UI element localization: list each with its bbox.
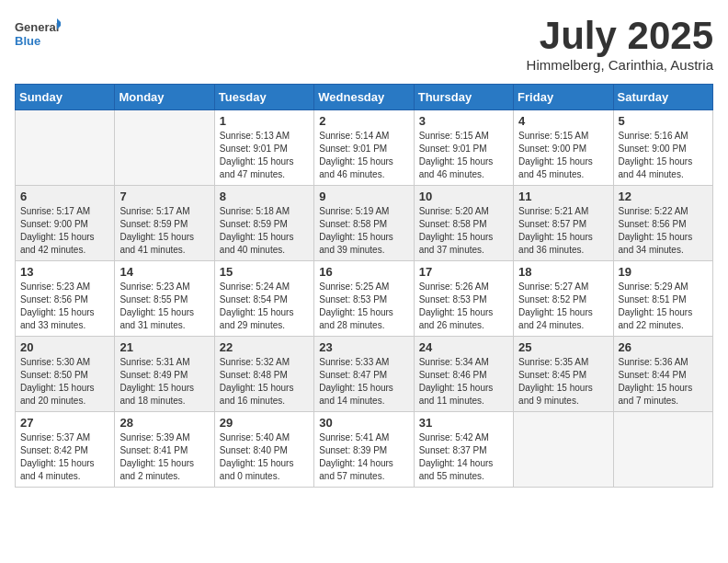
day-header-friday: Friday <box>514 85 613 110</box>
day-number: 3 <box>419 114 508 128</box>
calendar-cell: 25Sunrise: 5:35 AM Sunset: 8:45 PM Dayli… <box>514 337 613 412</box>
calendar-header-row: SundayMondayTuesdayWednesdayThursdayFrid… <box>16 85 713 110</box>
calendar-cell <box>514 412 613 488</box>
day-info: Sunrise: 5:33 AM Sunset: 8:47 PM Dayligh… <box>319 356 408 408</box>
day-number: 31 <box>419 416 508 430</box>
day-info: Sunrise: 5:39 AM Sunset: 8:41 PM Dayligh… <box>119 431 209 483</box>
day-info: Sunrise: 5:25 AM Sunset: 8:53 PM Dayligh… <box>319 281 408 332</box>
calendar-week-3: 13Sunrise: 5:23 AM Sunset: 8:56 PM Dayli… <box>16 261 713 337</box>
calendar-week-1: 1Sunrise: 5:13 AM Sunset: 9:01 PM Daylig… <box>16 110 713 186</box>
day-info: Sunrise: 5:41 AM Sunset: 8:39 PM Dayligh… <box>319 431 408 483</box>
day-number: 29 <box>220 416 309 430</box>
calendar-cell <box>613 412 712 488</box>
day-info: Sunrise: 5:42 AM Sunset: 8:37 PM Dayligh… <box>419 431 508 483</box>
day-header-monday: Monday <box>115 85 214 110</box>
day-info: Sunrise: 5:20 AM Sunset: 8:58 PM Dayligh… <box>419 205 508 257</box>
day-number: 12 <box>619 190 708 203</box>
day-number: 1 <box>220 114 309 128</box>
day-info: Sunrise: 5:14 AM Sunset: 9:01 PM Dayligh… <box>319 130 408 181</box>
day-info: Sunrise: 5:31 AM Sunset: 8:49 PM Dayligh… <box>119 356 209 408</box>
day-info: Sunrise: 5:21 AM Sunset: 8:57 PM Dayligh… <box>518 205 608 257</box>
calendar-cell: 30Sunrise: 5:41 AM Sunset: 8:39 PM Dayli… <box>314 412 414 488</box>
day-number: 19 <box>619 265 708 279</box>
day-info: Sunrise: 5:23 AM Sunset: 8:55 PM Dayligh… <box>119 281 209 332</box>
day-info: Sunrise: 5:32 AM Sunset: 8:48 PM Dayligh… <box>220 356 309 408</box>
calendar-cell: 12Sunrise: 5:22 AM Sunset: 8:56 PM Dayli… <box>613 186 712 261</box>
calendar-cell: 8Sunrise: 5:18 AM Sunset: 8:59 PM Daylig… <box>214 186 313 261</box>
calendar-cell: 18Sunrise: 5:27 AM Sunset: 8:52 PM Dayli… <box>514 261 613 337</box>
day-number: 8 <box>220 190 309 203</box>
day-number: 25 <box>518 340 608 354</box>
calendar-cell: 29Sunrise: 5:40 AM Sunset: 8:40 PM Dayli… <box>214 412 313 488</box>
day-info: Sunrise: 5:40 AM Sunset: 8:40 PM Dayligh… <box>220 431 309 483</box>
day-number: 30 <box>319 416 408 430</box>
calendar-cell: 6Sunrise: 5:17 AM Sunset: 9:00 PM Daylig… <box>16 186 115 261</box>
calendar: SundayMondayTuesdayWednesdayThursdayFrid… <box>15 84 713 488</box>
day-info: Sunrise: 5:18 AM Sunset: 8:59 PM Dayligh… <box>220 205 309 257</box>
calendar-cell: 31Sunrise: 5:42 AM Sunset: 8:37 PM Dayli… <box>414 412 513 488</box>
day-number: 10 <box>419 190 508 203</box>
calendar-cell: 16Sunrise: 5:25 AM Sunset: 8:53 PM Dayli… <box>314 261 414 337</box>
calendar-cell <box>115 110 214 186</box>
day-number: 20 <box>20 340 109 354</box>
day-info: Sunrise: 5:19 AM Sunset: 8:58 PM Dayligh… <box>319 205 408 257</box>
calendar-week-2: 6Sunrise: 5:17 AM Sunset: 9:00 PM Daylig… <box>16 186 713 261</box>
calendar-cell: 5Sunrise: 5:16 AM Sunset: 9:00 PM Daylig… <box>613 110 712 186</box>
day-info: Sunrise: 5:37 AM Sunset: 8:42 PM Dayligh… <box>20 431 109 483</box>
day-info: Sunrise: 5:17 AM Sunset: 9:00 PM Dayligh… <box>20 205 109 257</box>
day-info: Sunrise: 5:15 AM Sunset: 9:01 PM Dayligh… <box>419 130 508 181</box>
calendar-cell: 7Sunrise: 5:17 AM Sunset: 8:59 PM Daylig… <box>115 186 214 261</box>
day-number: 2 <box>319 114 408 128</box>
day-info: Sunrise: 5:35 AM Sunset: 8:45 PM Dayligh… <box>518 356 608 408</box>
day-info: Sunrise: 5:17 AM Sunset: 8:59 PM Dayligh… <box>119 205 209 257</box>
day-number: 22 <box>220 340 309 354</box>
calendar-cell: 22Sunrise: 5:32 AM Sunset: 8:48 PM Dayli… <box>214 337 313 412</box>
day-number: 4 <box>518 114 608 128</box>
calendar-week-4: 20Sunrise: 5:30 AM Sunset: 8:50 PM Dayli… <box>16 337 713 412</box>
day-number: 6 <box>20 190 109 203</box>
day-number: 9 <box>319 190 408 203</box>
calendar-cell: 27Sunrise: 5:37 AM Sunset: 8:42 PM Dayli… <box>16 412 115 488</box>
day-number: 27 <box>20 416 109 430</box>
day-info: Sunrise: 5:23 AM Sunset: 8:56 PM Dayligh… <box>20 281 109 332</box>
day-number: 23 <box>319 340 408 354</box>
calendar-cell: 17Sunrise: 5:26 AM Sunset: 8:53 PM Dayli… <box>414 261 513 337</box>
day-number: 11 <box>518 190 608 203</box>
day-number: 13 <box>20 265 109 279</box>
calendar-cell: 14Sunrise: 5:23 AM Sunset: 8:55 PM Dayli… <box>115 261 214 337</box>
calendar-cell: 3Sunrise: 5:15 AM Sunset: 9:01 PM Daylig… <box>414 110 513 186</box>
day-number: 16 <box>319 265 408 279</box>
day-info: Sunrise: 5:34 AM Sunset: 8:46 PM Dayligh… <box>419 356 508 408</box>
calendar-cell: 19Sunrise: 5:29 AM Sunset: 8:51 PM Dayli… <box>613 261 712 337</box>
day-info: Sunrise: 5:16 AM Sunset: 9:00 PM Dayligh… <box>619 130 708 181</box>
calendar-cell: 4Sunrise: 5:15 AM Sunset: 9:00 PM Daylig… <box>514 110 613 186</box>
calendar-cell <box>16 110 115 186</box>
calendar-cell: 2Sunrise: 5:14 AM Sunset: 9:01 PM Daylig… <box>314 110 414 186</box>
calendar-week-5: 27Sunrise: 5:37 AM Sunset: 8:42 PM Dayli… <box>16 412 713 488</box>
day-number: 7 <box>119 190 209 203</box>
month-title: July 2025 <box>527 15 713 57</box>
location-subtitle: Himmelberg, Carinthia, Austria <box>527 57 713 73</box>
day-header-sunday: Sunday <box>16 85 115 110</box>
header: General Blue July 2025 Himmelberg, Carin… <box>15 15 713 73</box>
calendar-cell: 24Sunrise: 5:34 AM Sunset: 8:46 PM Dayli… <box>414 337 513 412</box>
day-info: Sunrise: 5:30 AM Sunset: 8:50 PM Dayligh… <box>20 356 109 408</box>
day-number: 26 <box>619 340 708 354</box>
day-info: Sunrise: 5:24 AM Sunset: 8:54 PM Dayligh… <box>220 281 309 332</box>
calendar-cell: 11Sunrise: 5:21 AM Sunset: 8:57 PM Dayli… <box>514 186 613 261</box>
day-header-wednesday: Wednesday <box>314 85 414 110</box>
day-info: Sunrise: 5:26 AM Sunset: 8:53 PM Dayligh… <box>419 281 508 332</box>
calendar-cell: 10Sunrise: 5:20 AM Sunset: 8:58 PM Dayli… <box>414 186 513 261</box>
svg-text:Blue: Blue <box>15 34 40 48</box>
day-number: 21 <box>119 340 209 354</box>
day-info: Sunrise: 5:22 AM Sunset: 8:56 PM Dayligh… <box>619 205 708 257</box>
calendar-cell: 23Sunrise: 5:33 AM Sunset: 8:47 PM Dayli… <box>314 337 414 412</box>
calendar-cell: 20Sunrise: 5:30 AM Sunset: 8:50 PM Dayli… <box>16 337 115 412</box>
day-number: 18 <box>518 265 608 279</box>
logo-svg: General Blue <box>15 15 61 52</box>
calendar-cell: 1Sunrise: 5:13 AM Sunset: 9:01 PM Daylig… <box>214 110 313 186</box>
day-number: 15 <box>220 265 309 279</box>
calendar-cell: 15Sunrise: 5:24 AM Sunset: 8:54 PM Dayli… <box>214 261 313 337</box>
day-number: 5 <box>619 114 708 128</box>
day-header-tuesday: Tuesday <box>214 85 313 110</box>
